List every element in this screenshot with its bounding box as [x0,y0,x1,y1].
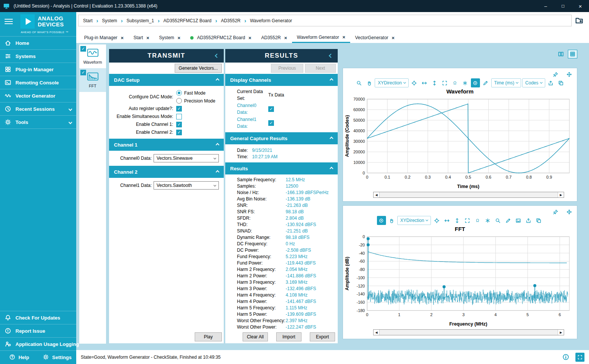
info-icon[interactable] [562,353,569,361]
omega-icon[interactable]: Ω [451,78,460,87]
open-session-folder-icon[interactable] [574,15,584,25]
h-range-icon[interactable] [420,78,429,87]
maximize-icon[interactable]: □ [554,0,572,12]
channel1-data-select[interactable]: Vectors.Sawtooth [154,181,219,190]
time-ms-button[interactable]: Time (ms) [491,78,521,87]
results-header[interactable]: RESULTS [225,49,338,63]
collapse-up-icon[interactable] [330,78,334,82]
general-capture-section-header[interactable]: General Capture Results [225,132,338,144]
omega-icon[interactable]: Ω [473,216,482,225]
view-tile-fft[interactable]: ✓FFT [79,68,106,92]
channel0-data-select[interactable]: Vectors.Sinewave [154,154,219,162]
transmit-header[interactable]: TRANSMIT [109,49,224,63]
pan-icon[interactable] [387,216,396,225]
move-icon[interactable] [566,71,572,78]
import-button[interactable]: Import [276,332,301,341]
pin-icon[interactable] [552,208,559,215]
collapse-up-icon[interactable] [330,167,334,170]
scrollbar-thumb[interactable] [379,330,558,335]
collapse-up-icon[interactable] [216,78,220,82]
collapse-left-icon[interactable] [329,54,333,58]
fft-x-scrollbar[interactable]: ◀ ▶ [373,329,564,335]
datapoint-icon[interactable] [377,216,386,225]
move-icon[interactable] [566,208,572,215]
fft-plot[interactable]: 01234560-20-40-60-80-100-120-140-160-180… [343,234,578,328]
radio-precision-mode[interactable]: Precision Mode [176,98,215,104]
view-checkbox-waveform[interactable]: ✓ [80,46,86,52]
fit-icon[interactable] [463,216,472,225]
tab-close-icon[interactable]: × [392,35,395,40]
sidebar-item-tools[interactable]: Tools [0,116,76,129]
tab-system[interactable]: System× [154,32,186,43]
dac-setup-section-header[interactable]: DAC Setup [109,74,224,86]
tab-close-icon[interactable]: × [178,35,181,40]
export-button[interactable]: Export [310,332,335,341]
copy-icon[interactable] [557,78,566,87]
pan-icon[interactable] [364,78,374,87]
collapse-left-icon[interactable] [215,54,219,58]
tab-plug-in-manager[interactable]: Plug-in Manager× [79,32,129,43]
scroll-right-icon[interactable]: ▶ [558,192,564,197]
sidebar-item-usage-logging[interactable]: Application Usage Logging [0,337,76,350]
results-section-header[interactable]: Results [225,162,338,174]
breadcrumb-item-system[interactable]: System [102,18,117,23]
scrollbar-thumb[interactable] [379,192,558,197]
clear-all-button[interactable]: Clear All [243,332,268,341]
xydirection-button[interactable]: XYDirection [375,78,408,87]
sidebar-item-settings[interactable]: Settings [38,351,76,364]
sidebar-item-remoting-console[interactable]: Remoting Console [0,76,76,89]
sidebar-item-help[interactable]: Help [0,351,38,364]
next-button[interactable]: Next [305,64,336,73]
breadcrumb-item-ad3552r[interactable]: AD3552R [221,18,240,23]
generate-vectors-button[interactable]: Generate Vectors... [175,64,222,73]
tab-close-icon[interactable]: × [146,35,149,40]
asterisk-icon[interactable] [461,78,470,87]
collapse-up-icon[interactable] [216,170,220,174]
checkbox-enable-channel-1[interactable]: ✓ [176,122,182,127]
scroll-right-icon[interactable]: ▶ [558,330,564,335]
sidebar-item-check-updates[interactable]: Check For Updates [0,311,76,324]
fit-icon[interactable] [440,78,449,87]
view-tile-waveform[interactable]: ✓Waveform [79,44,106,68]
tab-ad3552r[interactable]: AD3552R× [256,32,292,43]
breadcrumb-item-waveform-generator[interactable]: Waveform Generator [250,18,292,23]
codes-button[interactable]: Codes [522,78,545,87]
checkbox-enable-simultaneous-mode[interactable] [176,114,182,119]
export-icon[interactable] [524,216,533,225]
v-range-icon[interactable] [452,216,461,225]
layout-grid-button[interactable] [575,353,584,362]
tab-vectorgenerator[interactable]: VectorGenerator× [350,32,400,43]
sidebar-item-home[interactable]: Home [0,37,76,50]
display-channels-section-header[interactable]: Display Channels [225,74,338,86]
sidebar-item-vector-generator[interactable]: Vector Generator [0,89,76,102]
sidebar-item-plugin-manager[interactable]: Plug-in Manager [0,63,76,76]
minimize-icon[interactable]: – [537,0,554,12]
waveform-plot[interactable]: 00.10.20.30.40.50.60.70.80.9010000200003… [343,96,578,190]
tab-close-icon[interactable]: × [342,35,345,40]
copy-icon[interactable] [534,216,543,225]
pin-icon[interactable] [552,71,559,78]
scroll-left-icon[interactable]: ◀ [374,330,379,335]
collapse-up-icon[interactable] [330,136,334,140]
pencil-icon[interactable] [503,216,512,225]
radio-button-icon[interactable] [176,90,182,96]
radio-fast-mode[interactable]: Fast Mode [176,90,215,96]
tab-ad3552rfmc1z-board[interactable]: AD3552RFMC1Z Board× [185,32,256,43]
xydirection-button[interactable]: XYDirection [397,216,431,225]
checkbox-channel0-data[interactable]: ✓ [268,106,274,112]
play-button[interactable]: Play [195,332,222,341]
sidebar-item-report-issue[interactable]: Report Issue [0,324,76,337]
checkbox-auto-register-update[interactable]: ✓ [176,106,182,112]
v-range-icon[interactable] [430,78,439,87]
h-range-icon[interactable] [442,216,451,225]
breadcrumb-item-start[interactable]: Start [83,18,92,23]
breadcrumb-item-subsystem-1[interactable]: Subsystem_1 [126,18,154,23]
target-icon[interactable] [432,216,441,225]
datapoint-icon[interactable] [471,78,480,87]
view-checkbox-fft[interactable]: ✓ [80,70,86,75]
checkbox-channel1-data[interactable]: ✓ [268,120,274,126]
pencil-icon[interactable] [481,78,490,87]
sidebar-item-recent-sessions[interactable]: Recent Sessions [0,102,76,116]
tab-close-icon[interactable]: × [249,35,252,40]
export-icon[interactable] [546,78,555,87]
